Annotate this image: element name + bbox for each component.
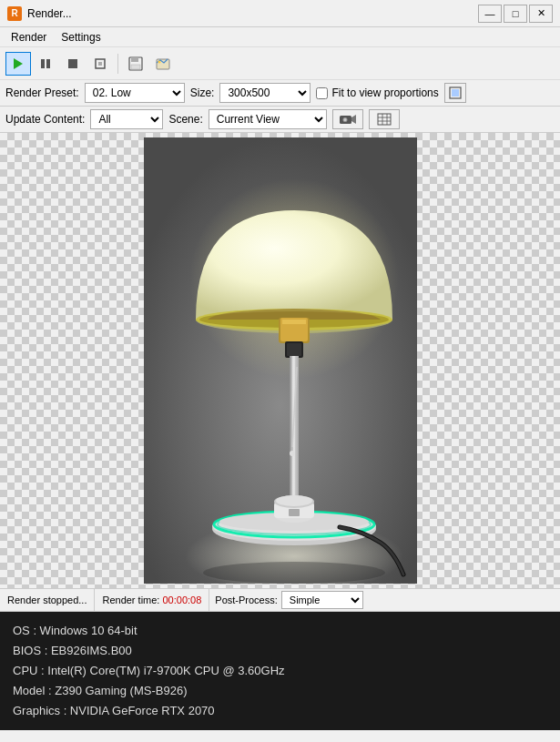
scene-label: Scene:: [168, 113, 202, 126]
fit-to-view-checkbox[interactable]: Fit to view proportions: [316, 86, 438, 99]
svg-point-46: [276, 495, 312, 506]
svg-rect-32: [287, 343, 301, 356]
status-bar: Render stopped... Render time: 00:00:08 …: [0, 588, 560, 612]
info-cpu: CPU : Intel(R) Core(TM) i7-9700K CPU @ 3…: [13, 661, 547, 681]
menu-settings[interactable]: Settings: [54, 29, 107, 46]
update-select[interactable]: All: [90, 109, 163, 129]
preset-select[interactable]: 02. Low: [85, 83, 185, 103]
render-time-label: Render time:: [102, 595, 159, 605]
region-button[interactable]: [87, 52, 113, 76]
rendered-image: [144, 137, 417, 584]
svg-rect-7: [131, 57, 138, 62]
pause-button[interactable]: [33, 52, 58, 76]
toolbar: [0, 47, 560, 80]
svg-rect-47: [289, 509, 300, 516]
fit-icon-button[interactable]: [444, 83, 466, 103]
svg-rect-9: [157, 59, 169, 69]
size-select[interactable]: 300x500: [219, 83, 311, 103]
app-icon: R: [7, 6, 22, 21]
render-status-segment: Render stopped...: [0, 589, 95, 611]
camera-button[interactable]: [332, 109, 363, 129]
fit-to-view-input[interactable]: [316, 87, 328, 99]
svg-rect-30: [282, 320, 306, 324]
minimize-button[interactable]: —: [478, 5, 502, 23]
grid-button[interactable]: [369, 109, 400, 129]
svg-rect-8: [131, 65, 140, 69]
canvas-area: [0, 133, 560, 588]
svg-rect-17: [378, 114, 391, 125]
svg-point-10: [158, 60, 161, 63]
scene-select[interactable]: Current View: [209, 109, 327, 129]
size-label: Size:: [190, 86, 215, 99]
svg-point-37: [290, 451, 295, 456]
preset-label: Render Preset:: [5, 86, 79, 99]
update-label: Update Content:: [5, 113, 85, 126]
open-image-button[interactable]: [150, 52, 176, 76]
post-process-segment: Post-Process: Simple: [209, 591, 560, 609]
info-os: OS : Windows 10 64-bit: [13, 621, 547, 641]
info-panel: OS : Windows 10 64-bit BIOS : EB926IMS.B…: [0, 612, 560, 730]
render-time-value: 00:00:08: [163, 595, 202, 605]
svg-rect-1: [41, 59, 45, 68]
svg-point-16: [343, 118, 346, 121]
render-time-segment: Render time: 00:00:08: [95, 589, 209, 611]
svg-marker-14: [351, 115, 356, 124]
info-graphics: Graphics : NVIDIA GeForce RTX 2070: [13, 701, 547, 721]
menu-bar: Render Settings: [0, 27, 560, 47]
post-process-label: Post-Process:: [215, 595, 277, 605]
play-button[interactable]: [5, 52, 31, 76]
window-controls: — □ ✕: [478, 5, 553, 23]
maximize-button[interactable]: □: [504, 5, 527, 23]
svg-rect-12: [452, 89, 459, 97]
post-process-select[interactable]: Simple: [281, 591, 363, 609]
title-bar: R Render... — □ ✕: [0, 0, 560, 27]
info-bios: BIOS : EB926IMS.B00: [13, 641, 547, 661]
fit-label: Fit to view proportions: [331, 86, 438, 99]
svg-rect-2: [46, 59, 50, 68]
close-button[interactable]: ✕: [529, 5, 553, 23]
options-row2: Update Content: All Scene: Current View: [0, 107, 560, 133]
info-model: Model : Z390 Gaming (MS-B926): [13, 681, 547, 701]
toolbar-separator: [117, 54, 118, 74]
save-image-button[interactable]: [123, 52, 148, 76]
svg-rect-5: [98, 62, 102, 66]
render-frame: [144, 137, 417, 584]
svg-rect-3: [68, 59, 77, 68]
svg-point-48: [203, 562, 385, 584]
menu-render[interactable]: Render: [4, 29, 54, 46]
window-title: Render...: [27, 7, 72, 20]
svg-marker-0: [14, 58, 23, 69]
stop-button[interactable]: [60, 52, 86, 76]
options-row1: Render Preset: 02. Low Size: 300x500 Fit…: [0, 80, 560, 107]
render-status-text: Render stopped...: [7, 595, 87, 605]
